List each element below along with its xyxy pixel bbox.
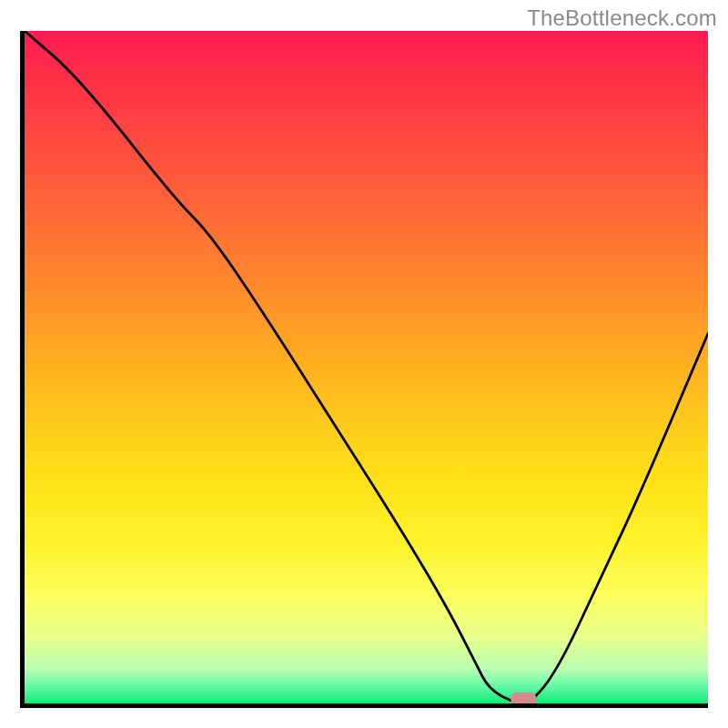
curve-layer xyxy=(25,31,708,703)
optimal-point-marker xyxy=(511,693,536,703)
bottleneck-curve-line xyxy=(25,31,708,703)
plot-area xyxy=(20,31,708,708)
bottleneck-chart: TheBottleneck.com xyxy=(0,0,728,728)
watermark-text: TheBottleneck.com xyxy=(527,5,717,31)
